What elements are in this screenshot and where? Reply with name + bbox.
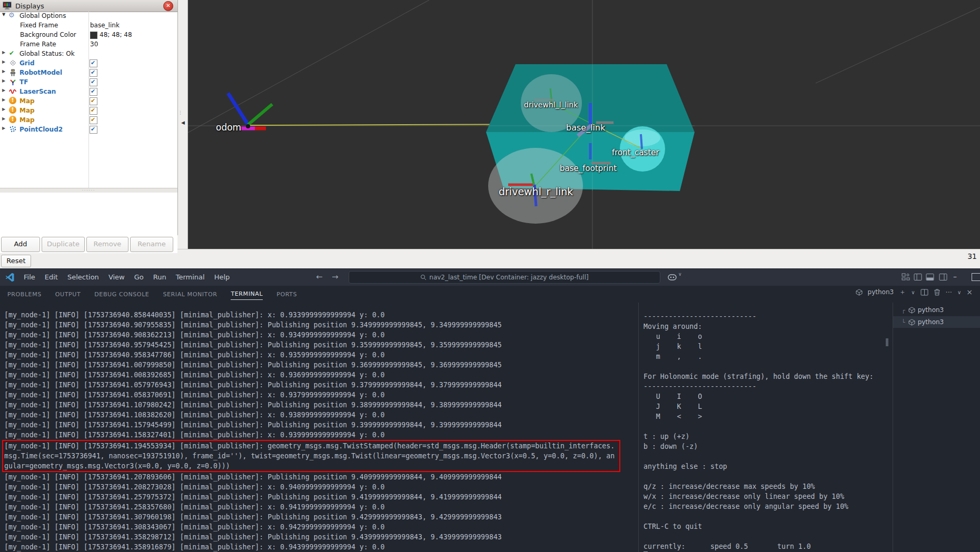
menu-edit[interactable]: Edit bbox=[40, 273, 63, 281]
window-title: nav2_last_time [Dev Container: jazzy des… bbox=[429, 274, 588, 281]
grid-line bbox=[188, 0, 429, 133]
expand-icon[interactable]: ▶ bbox=[2, 126, 5, 131]
check-icon: ✔ bbox=[91, 116, 95, 123]
terminal-actions: python3 ＋ ∨ ··· ∨ × bbox=[856, 287, 973, 297]
color-swatch[interactable] bbox=[90, 32, 97, 39]
remove-button[interactable]: Remove bbox=[86, 237, 128, 252]
terminal-list-item-selected[interactable]: └ python3 bbox=[893, 316, 980, 328]
drag-handle-dots: ⋮ bbox=[178, 111, 183, 115]
frame-rate-value[interactable]: 30 bbox=[90, 41, 98, 48]
expand-icon[interactable]: ▶ bbox=[2, 116, 5, 121]
visibility-checkbox[interactable]: ✔ bbox=[90, 126, 97, 134]
left-terminal-output[interactable]: [my_node-1] [INFO] [1753736940.858440035… bbox=[4, 310, 620, 552]
close-panel-icon[interactable]: × bbox=[966, 288, 973, 296]
maximize-panel-chevron-icon[interactable]: ∨ bbox=[957, 289, 961, 295]
frame-label-base-footprint: base_footprint bbox=[560, 164, 617, 173]
visibility-checkbox[interactable]: ✔ bbox=[90, 78, 97, 86]
check-icon: ✔ bbox=[91, 97, 95, 104]
visibility-checkbox[interactable]: ✔ bbox=[90, 107, 97, 115]
collapse-open-icon[interactable]: ▼ bbox=[2, 12, 5, 17]
titlebar: File Edit Selection View Go Run Terminal… bbox=[0, 268, 980, 286]
frame-label-base-link: base_link bbox=[566, 123, 605, 133]
kill-terminal-trash-icon[interactable] bbox=[934, 288, 941, 296]
terminal-list-item[interactable]: ┌ python3 bbox=[893, 304, 980, 316]
grid-icon bbox=[9, 59, 17, 67]
tab-ports[interactable]: PORTS bbox=[276, 289, 297, 300]
expand-icon[interactable]: ▶ bbox=[2, 78, 5, 83]
expand-icon[interactable]: ▶ bbox=[2, 59, 5, 64]
tf-axes-icon bbox=[9, 78, 17, 86]
expand-icon[interactable]: ▶ bbox=[2, 50, 5, 55]
panel-collapse-strip[interactable]: ⋮ ◀ bbox=[177, 0, 188, 249]
right-terminal-output[interactable]: ---------------------------Moving around… bbox=[644, 312, 874, 552]
forward-icon[interactable]: → bbox=[332, 268, 339, 286]
menu-file[interactable]: File bbox=[19, 273, 40, 281]
log-lines: [my_node-1] [INFO] [1753736940.858440035… bbox=[4, 310, 620, 440]
split-terminal-icon[interactable] bbox=[920, 289, 928, 296]
tab-terminal[interactable]: TERMINAL bbox=[231, 288, 263, 300]
maximize-icon[interactable] bbox=[972, 273, 980, 281]
expand-icon[interactable]: ▶ bbox=[2, 69, 5, 74]
menu-go[interactable]: Go bbox=[130, 273, 149, 281]
terminal-tabs-list: ┌ python3 └ python3 bbox=[893, 303, 980, 552]
customize-layout-icon[interactable] bbox=[902, 273, 910, 281]
property-detail-panel bbox=[0, 193, 177, 235]
reset-button[interactable]: Reset bbox=[1, 255, 31, 267]
gear-icon: ⚙ bbox=[8, 11, 15, 19]
back-icon[interactable]: ← bbox=[316, 268, 323, 286]
menu-help[interactable]: Help bbox=[210, 273, 235, 281]
visibility-checkbox[interactable]: ✔ bbox=[90, 69, 97, 77]
tab-serial-monitor[interactable]: SERIAL MONITOR bbox=[163, 289, 217, 300]
more-actions-icon[interactable]: ··· bbox=[946, 288, 952, 296]
visibility-checkbox[interactable]: ✔ bbox=[90, 97, 97, 105]
menu-terminal[interactable]: Terminal bbox=[171, 273, 210, 281]
minimize-icon[interactable]: – bbox=[953, 268, 957, 286]
check-icon: ✔ bbox=[91, 78, 95, 85]
background-color-value[interactable]: 48; 48; 48 bbox=[100, 31, 132, 38]
menu-selection[interactable]: Selection bbox=[63, 273, 104, 281]
frame-label-odom: odom bbox=[216, 122, 241, 133]
chevron-down-icon[interactable]: ∨ bbox=[678, 272, 682, 277]
visibility-checkbox[interactable]: ✔ bbox=[90, 116, 97, 124]
visibility-checkbox[interactable]: ✔ bbox=[90, 59, 97, 67]
grid-line bbox=[816, 7, 980, 83]
visibility-checkbox[interactable]: ✔ bbox=[90, 88, 97, 96]
dev-container-cube-icon bbox=[908, 319, 915, 326]
toggle-sidebar-icon[interactable] bbox=[914, 273, 922, 281]
menu-run[interactable]: Run bbox=[149, 273, 171, 281]
expand-icon[interactable]: ▶ bbox=[2, 88, 5, 93]
expand-icon[interactable]: ▶ bbox=[2, 107, 5, 112]
check-icon: ✔ bbox=[91, 59, 95, 66]
panel-tab-bar: PROBLEMS OUTPUT DEBUG CONSOLE SERIAL MON… bbox=[0, 286, 980, 303]
terminal-split-divider[interactable] bbox=[638, 303, 639, 552]
close-icon[interactable]: ✕ bbox=[163, 1, 173, 11]
dev-container-cube-icon bbox=[908, 307, 915, 314]
expand-icon[interactable]: ▶ bbox=[2, 97, 5, 102]
new-terminal-icon[interactable]: ＋ bbox=[899, 287, 906, 297]
active-shell-label[interactable]: python3 bbox=[868, 288, 894, 296]
menu-view[interactable]: View bbox=[104, 273, 130, 281]
rename-button[interactable]: Rename bbox=[130, 237, 173, 252]
tab-output[interactable]: OUTPUT bbox=[55, 289, 81, 300]
launch-profile-chevron-icon[interactable]: ∨ bbox=[911, 289, 915, 295]
command-center-search[interactable]: nav2_last_time [Dev Container: jazzy des… bbox=[349, 271, 660, 284]
rviz-3d-viewport[interactable]: odom drivewhl_l_link base_link front_cas… bbox=[188, 0, 980, 249]
warning-icon: ! bbox=[9, 106, 16, 114]
duplicate-button[interactable]: Duplicate bbox=[42, 237, 85, 252]
vscode-window: File Edit Selection View Go Run Terminal… bbox=[0, 268, 980, 552]
check-icon: ✔ bbox=[91, 126, 95, 133]
odom-y-axis bbox=[248, 104, 272, 125]
toggle-panel-icon[interactable] bbox=[926, 273, 934, 281]
copilot-icon[interactable] bbox=[668, 273, 677, 282]
fixed-frame-value[interactable]: base_link bbox=[90, 22, 120, 29]
toggle-secondary-sidebar-icon[interactable] bbox=[939, 273, 947, 281]
frame-label-drivewhl-r: drivewhl_r_link bbox=[499, 186, 573, 197]
displays-panel-header[interactable]: Displays ✕ bbox=[0, 0, 177, 12]
check-icon: ✔ bbox=[91, 107, 95, 114]
scrollbar-thumb[interactable] bbox=[886, 338, 888, 346]
collapse-left-icon[interactable]: ◀ bbox=[181, 120, 185, 125]
highlighted-log-block: [my_node-1] [INFO] [1753736941.194553934… bbox=[2, 440, 620, 472]
add-button[interactable]: Add bbox=[1, 237, 40, 252]
tab-debug-console[interactable]: DEBUG CONSOLE bbox=[94, 289, 149, 300]
tab-problems[interactable]: PROBLEMS bbox=[7, 289, 42, 300]
